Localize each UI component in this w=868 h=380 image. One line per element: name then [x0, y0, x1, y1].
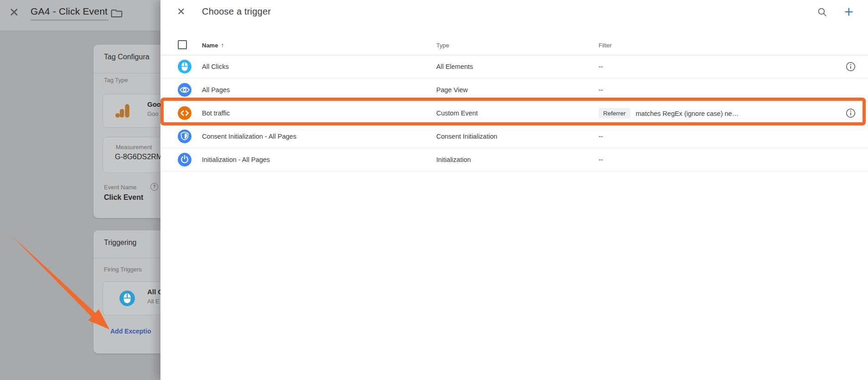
- trigger-filter: --: [599, 63, 603, 70]
- trigger-name: Initialization - All Pages: [202, 156, 270, 163]
- measurement-id-value: G-8G6DS2RM: [115, 153, 162, 161]
- google-analytics-icon: [113, 101, 132, 120]
- tag-type-subtitle: Goo: [147, 110, 159, 117]
- trigger-filter: --: [599, 133, 603, 140]
- help-icon[interactable]: ?: [150, 183, 158, 191]
- card-heading: Triggering: [104, 239, 136, 247]
- table-row[interactable]: Bot traffic Custom Event Referrermatches…: [160, 102, 868, 125]
- screenshot-root: ✕ GA4 - Click Event Tag Configura Tag Ty…: [0, 0, 868, 380]
- trigger-name: Consent Initialization - All Pages: [202, 133, 296, 140]
- eye-icon: [178, 83, 191, 97]
- tag-title: GA4 - Click Event: [31, 6, 108, 21]
- code-icon: [178, 106, 191, 120]
- info-icon[interactable]: [845, 108, 856, 119]
- column-header-filter: Filter: [599, 42, 612, 49]
- choose-trigger-dialog: ✕ Choose a trigger Name↑ Type Filter All…: [160, 0, 868, 380]
- trigger-name: All Clicks: [202, 63, 229, 70]
- trigger-filter: Referrermatches RegEx (ignore case) ne…: [599, 108, 739, 119]
- event-name-value: Click Event: [104, 193, 143, 202]
- column-header-name[interactable]: Name↑: [202, 42, 224, 49]
- folder-icon[interactable]: [111, 8, 123, 19]
- dimmed-workspace-scrim[interactable]: ✕ GA4 - Click Event Tag Configura Tag Ty…: [0, 0, 160, 380]
- trigger-type: Consent Initialization: [436, 133, 497, 140]
- close-icon[interactable]: ✕: [9, 6, 19, 19]
- trigger-name: Bot traffic: [202, 109, 230, 117]
- tag-type-label: Tag Type: [104, 77, 128, 83]
- trigger-type: Custom Event: [436, 109, 478, 117]
- mouse-icon: [178, 60, 191, 73]
- table-row[interactable]: Consent Initialization - All Pages Conse…: [160, 125, 868, 148]
- trigger-type: Page View: [436, 86, 468, 94]
- trigger-type: Initialization: [436, 156, 471, 163]
- close-icon[interactable]: ✕: [177, 6, 185, 18]
- dialog-title: Choose a trigger: [202, 6, 271, 17]
- trigger-filter: --: [599, 86, 603, 94]
- tag-type-name: Goo: [147, 100, 161, 108]
- info-icon[interactable]: [845, 61, 856, 72]
- select-all-checkbox[interactable]: [178, 40, 187, 49]
- trigger-name: All Pages: [202, 86, 230, 94]
- table-row[interactable]: All Pages Page View --: [160, 78, 868, 102]
- sort-ascending-icon: ↑: [221, 42, 224, 49]
- workspace-topbar: ✕ GA4 - Click Event: [0, 0, 160, 31]
- table-header: Name↑ Type Filter: [160, 26, 868, 55]
- event-name-label: Event Name ?: [104, 184, 137, 191]
- power-icon: [178, 153, 191, 167]
- column-header-type: Type: [436, 42, 449, 49]
- add-exception-link: Add Exceptio: [110, 328, 151, 335]
- firing-trigger-subtitle: All E: [147, 298, 160, 305]
- dialog-header: ✕ Choose a trigger: [160, 0, 868, 26]
- add-trigger-icon[interactable]: [843, 6, 854, 17]
- search-icon[interactable]: [817, 7, 827, 17]
- shield-icon: [178, 130, 191, 143]
- filter-variable-chip: Referrer: [599, 108, 630, 119]
- table-row[interactable]: All Clicks All Elements --: [160, 55, 868, 78]
- card-heading: Tag Configura: [104, 53, 150, 61]
- trigger-table: All Clicks All Elements -- All Pages Pag…: [160, 55, 868, 172]
- firing-triggers-label: Firing Triggers: [104, 266, 142, 273]
- measurement-id-label: Measurement: [116, 144, 152, 151]
- mouse-icon: [119, 291, 135, 306]
- trigger-filter: --: [599, 156, 603, 163]
- table-row[interactable]: Initialization - All Pages Initializatio…: [160, 148, 868, 172]
- trigger-type: All Elements: [436, 63, 473, 70]
